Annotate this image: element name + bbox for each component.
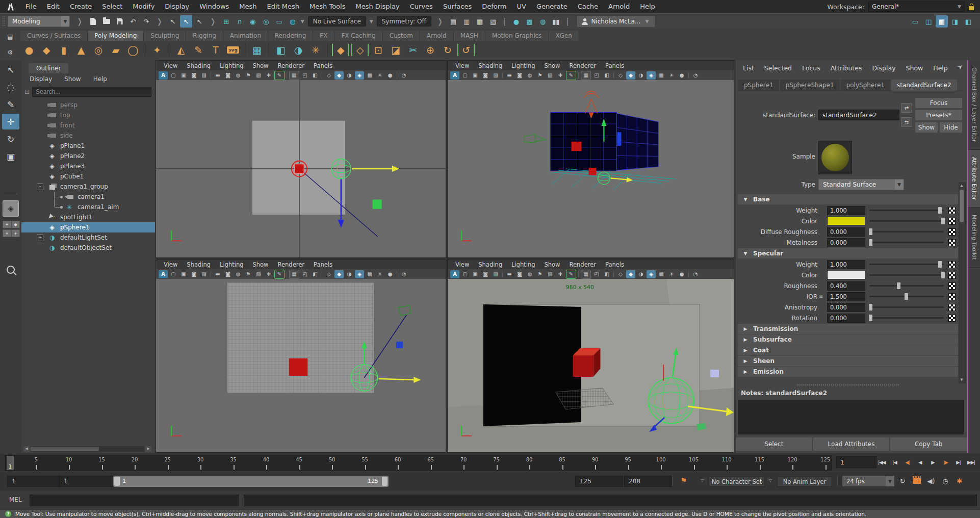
chevron-down-icon[interactable]: ▼ (370, 19, 373, 24)
grid-icon[interactable]: ▦ (581, 270, 591, 279)
shadows-icon[interactable]: ● (385, 270, 395, 278)
resolution-gate-icon[interactable]: ▣ (179, 270, 188, 278)
snap-to-curve-icon[interactable]: ∩ (234, 15, 246, 28)
grid-icon[interactable]: ▦ (289, 270, 299, 279)
lights-icon[interactable]: ☀ (375, 270, 384, 278)
pin-icon[interactable]: ➤ (956, 62, 965, 71)
outliner-item-front[interactable]: front (21, 120, 155, 131)
spin-edge-forward-icon[interactable]: ↻ (439, 42, 456, 58)
scroll-left-icon[interactable]: ◀ (23, 446, 30, 452)
ae-menu-show[interactable]: Show (901, 64, 929, 72)
outliner-item-camera1-aim[interactable]: ✳camera1_aim (21, 202, 155, 212)
texture-map-icon[interactable] (948, 315, 956, 322)
select-camera-icon[interactable]: ▬ (213, 71, 222, 80)
attr-value-field[interactable]: 0.400 (827, 281, 865, 291)
grid-icon[interactable]: ▦ (581, 71, 591, 80)
menu-windows[interactable]: Windows (194, 0, 234, 13)
texture-map-icon[interactable] (948, 228, 956, 236)
ae-menu-attributes[interactable]: Attributes (826, 64, 867, 72)
command-input[interactable] (30, 495, 239, 506)
attr-value-field[interactable]: 0.000 (827, 227, 865, 237)
gate-mask-icon[interactable]: ◙ (189, 71, 198, 80)
menu-surfaces[interactable]: Surfaces (438, 0, 477, 13)
sculpt-tool-icon[interactable]: ◭ (172, 42, 190, 58)
outliner-item-defaultobjectset[interactable]: ◑defaultObjectSet (21, 243, 155, 253)
renderer-badge-icon[interactable]: A (450, 270, 459, 278)
quad-draw-icon[interactable]: ✎ (190, 42, 207, 58)
slider-handle[interactable] (941, 272, 945, 278)
viewport-menu-renderer[interactable]: Renderer (565, 261, 601, 268)
wireframe-icon[interactable]: ◇ (324, 270, 333, 278)
lights-icon[interactable]: ☀ (667, 71, 676, 80)
side-tab-channel-box-layer-editor[interactable]: Channel Box / Layer Editor (968, 60, 980, 150)
poly-plane-icon[interactable]: ▰ (107, 42, 124, 58)
viewport-menu-lighting[interactable]: Lighting (215, 62, 248, 69)
viewport-menu-lighting[interactable]: Lighting (507, 261, 539, 268)
shelf-tab-custom[interactable]: Custom (383, 31, 420, 41)
lock-icon[interactable] (969, 6, 974, 10)
live-surface-field[interactable]: No Live Surface (308, 16, 366, 27)
viewport-menu-shading[interactable]: Shading (182, 261, 215, 268)
show-button[interactable]: Show (915, 122, 938, 133)
two-d-pan-zoom-icon[interactable]: ✚ (556, 71, 565, 80)
shelf-tab-fx-caching[interactable]: FX Caching (334, 31, 382, 41)
poly-cylinder-icon[interactable]: ▮ (55, 42, 72, 58)
outliner-item-pplane3[interactable]: ◈pPlane3 (21, 161, 155, 171)
bookmark-icon[interactable]: ⚑ (244, 71, 253, 80)
attr-slider[interactable] (869, 261, 944, 268)
section-header-sheen[interactable]: ▶Sheen (738, 356, 958, 366)
shaded-icon[interactable]: ◆ (626, 270, 635, 278)
viewport-canvas-camera1[interactable]: 960 x 540 (448, 279, 734, 452)
checker-icon[interactable]: ▩ (657, 71, 666, 80)
attr-value-field[interactable]: 1.000 (827, 260, 865, 269)
material-sample-swatch[interactable] (818, 141, 852, 174)
make-live-icon[interactable]: ◍ (287, 15, 299, 28)
attr-value-field[interactable]: 1.500 (827, 292, 865, 301)
step-forward-key-icon[interactable]: ▶| (952, 456, 964, 468)
timeline-playhead[interactable]: 1 (7, 456, 14, 470)
slider-handle[interactable] (869, 304, 872, 310)
shelf-tab-motion-graphics[interactable]: Motion Graphics (485, 31, 549, 41)
character-set-field[interactable]: No Character Set (709, 476, 765, 487)
lock-camera-icon[interactable]: ◙ (515, 270, 524, 278)
go-to-end-icon[interactable]: ▶▶| (965, 456, 977, 468)
viewport-menu-shading[interactable]: Shading (182, 62, 215, 69)
section-header-transmission[interactable]: ▶Transmission (738, 324, 958, 334)
outliner-item-pcube1[interactable]: ◈pCube1 (21, 171, 155, 182)
slider-handle[interactable] (941, 218, 945, 224)
extrude-icon[interactable]: ⊡ (370, 42, 387, 58)
texture-map-icon[interactable] (948, 239, 956, 246)
viewport-menu-renderer[interactable]: Renderer (273, 261, 310, 268)
undo-icon[interactable]: ↶ (127, 15, 139, 28)
chevron-down-icon[interactable]: ▼ (301, 19, 304, 24)
shelf-tab-rigging[interactable]: Rigging (186, 31, 223, 41)
attr-slider[interactable] (869, 293, 944, 300)
grease-pencil-icon[interactable]: ✎ (566, 71, 576, 80)
bevel-icon[interactable]: ◪ (387, 42, 404, 58)
checker-icon[interactable]: ▩ (365, 270, 374, 278)
resolution-gate-icon[interactable]: ▣ (471, 270, 480, 278)
section-header-emission[interactable]: ▶Emission (738, 367, 958, 377)
select-component-icon[interactable]: ↖ (193, 15, 205, 28)
section-header-coat[interactable]: ▶Coat (738, 345, 958, 355)
swap-input-icon[interactable]: ⇄ (901, 103, 912, 113)
viewport-menu-view[interactable]: View (159, 261, 182, 268)
step-back-key-icon[interactable]: |◀ (889, 456, 900, 468)
texture-map-icon[interactable] (948, 293, 956, 300)
ae-menu-display[interactable]: Display (867, 64, 900, 72)
outliner-item-persp[interactable]: persp (21, 100, 155, 110)
menu-select[interactable]: Select (97, 0, 127, 13)
shadows-icon[interactable]: ● (385, 71, 395, 80)
menu-mesh-display[interactable]: Mesh Display (350, 0, 404, 13)
viewport-settings-icon[interactable]: ▧ (487, 15, 499, 28)
two-d-pan-zoom-icon[interactable]: ✚ (556, 270, 565, 278)
playblast-icon[interactable] (911, 475, 923, 486)
two-d-pan-zoom-icon[interactable]: ✚ (264, 270, 273, 278)
two-d-pan-zoom-icon[interactable]: ✚ (264, 71, 273, 80)
save-scene-icon[interactable] (114, 15, 126, 28)
menu-uv[interactable]: UV (512, 0, 531, 13)
playback-start-field[interactable]: 1 (59, 476, 114, 487)
textured-icon[interactable]: ◈ (355, 71, 364, 80)
use-default-material-icon[interactable]: ◑ (345, 71, 354, 80)
scrollbar-thumb[interactable] (960, 190, 964, 222)
